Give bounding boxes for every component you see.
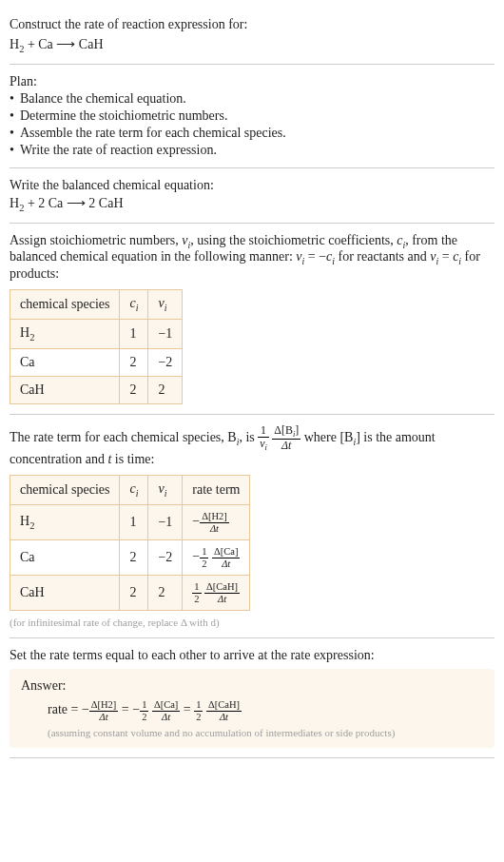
cell-c: 1 <box>120 319 148 348</box>
cell-rate: −Δ[H2]Δt <box>183 505 250 540</box>
nu-i: νi <box>430 249 438 264</box>
cell-rate: 12 Δ[CaH]Δt <box>183 576 250 611</box>
balanced-equation: H2 + 2 Ca ⟶ 2 CaH <box>10 195 494 213</box>
col-nui: νi <box>148 476 183 505</box>
text: , using the stoichiometric coefficients, <box>190 233 397 247</box>
one-over-nu: 1νi <box>258 424 269 453</box>
plan-text: Balance the chemical equation. <box>20 91 186 107</box>
final-title: Set the rate terms equal to each other t… <box>10 648 494 663</box>
table-row: Ca 2 −2 −12 Δ[Ca]Δt <box>10 540 250 576</box>
cell-species: H2 <box>10 505 120 540</box>
col-ci: ci <box>120 476 148 505</box>
bullet-icon: • <box>10 126 14 141</box>
table-row: Ca 2 −2 <box>10 348 183 376</box>
table-header-row: chemical species ci νi <box>10 290 183 320</box>
rateterm-section: The rate term for each chemical species,… <box>10 415 494 639</box>
cell-nu: 2 <box>148 576 183 611</box>
cell-nu: −2 <box>148 348 183 376</box>
bullet-icon: • <box>10 108 14 124</box>
eq-plus-ca: + Ca <box>24 37 56 51</box>
dbi-dt: Δ[Bi]Δt <box>272 424 300 453</box>
bullet-icon: • <box>10 91 14 107</box>
cell-species: CaH <box>10 576 120 611</box>
cell-species: H2 <box>10 319 120 348</box>
plan-section: Plan: •Balance the chemical equation. •D… <box>10 65 494 168</box>
plan-text: Determine the stoichiometric numbers. <box>20 108 228 124</box>
cell-nu: −1 <box>148 505 183 540</box>
cell-nu: −1 <box>148 319 183 348</box>
frac-half: 12 <box>194 699 203 722</box>
table-row: CaH 2 2 12 Δ[CaH]Δt <box>10 576 250 611</box>
table-row: CaH 2 2 <box>10 376 183 403</box>
col-species: chemical species <box>10 476 120 505</box>
rateterm-table: chemical species ci νi rate term H2 1 −1… <box>10 475 250 611</box>
eq-h2: H2 <box>10 37 24 51</box>
table-header-row: chemical species ci νi rate term <box>10 476 250 505</box>
bullet-icon: • <box>10 143 14 158</box>
stoich-table: chemical species ci νi H2 1 −1 Ca 2 −2 C… <box>10 289 183 404</box>
eq-sep: = <box>180 703 194 717</box>
text: = − <box>304 249 326 264</box>
cell-species: Ca <box>10 540 120 576</box>
eq-2cah: 2 CaH <box>86 196 124 210</box>
c-i: ci <box>326 249 335 264</box>
plan-text: Write the rate of reaction expression. <box>20 143 217 158</box>
prompt-section: Construct the rate of reaction expressio… <box>10 8 494 65</box>
plan-text: Assemble the rate term for each chemical… <box>20 126 286 141</box>
table-row: H2 1 −1 <box>10 319 183 348</box>
cell-c: 1 <box>120 505 148 540</box>
cell-species: CaH <box>10 376 120 403</box>
plan-item: •Determine the stoichiometric numbers. <box>10 108 494 124</box>
cell-c: 2 <box>120 540 148 576</box>
eq-plus-2ca: + 2 Ca <box>24 196 66 210</box>
plan-title: Plan: <box>10 74 494 89</box>
final-section: Set the rate terms equal to each other t… <box>10 638 494 757</box>
nu-i: νi <box>296 249 304 264</box>
cell-c: 2 <box>120 576 148 611</box>
table-row: H2 1 −1 −Δ[H2]Δt <box>10 505 250 540</box>
cell-c: 2 <box>120 348 148 376</box>
text: is time: <box>111 452 154 466</box>
balanced-title: Write the balanced chemical equation: <box>10 178 494 193</box>
rate-expression: rate = −Δ[H2]Δt = −12 Δ[Ca]Δt = 12 Δ[CaH… <box>48 699 483 722</box>
nu-i: νi <box>182 233 190 247</box>
eq-sep: = − <box>118 703 140 717</box>
cell-nu: 2 <box>148 376 183 403</box>
col-ci: ci <box>120 290 148 320</box>
text: , is <box>239 430 258 444</box>
col-rateterm: rate term <box>183 476 250 505</box>
c-i: ci <box>397 233 405 247</box>
frac-ca: Δ[Ca]Δt <box>152 699 180 722</box>
stoich-section: Assign stoichiometric numbers, νi, using… <box>10 224 494 415</box>
text: = <box>438 249 453 264</box>
cell-c: 2 <box>120 376 148 403</box>
frac-half: 12 <box>140 699 148 722</box>
text: Assign stoichiometric numbers, <box>10 233 182 247</box>
balanced-section: Write the balanced chemical equation: H2… <box>10 168 494 224</box>
text: where [B <box>304 430 354 444</box>
col-nui: νi <box>148 290 183 320</box>
plan-item: •Write the rate of reaction expression. <box>10 143 494 158</box>
col-species: chemical species <box>10 290 120 320</box>
assumption-note: (assuming constant volume and no accumul… <box>48 727 483 738</box>
arrow-icon: ⟶ <box>67 196 86 210</box>
frac-h2: Δ[H2]Δt <box>89 699 119 722</box>
answer-label: Answer: <box>21 678 483 694</box>
unbalanced-equation: H2 + Ca ⟶ CaH <box>10 36 494 54</box>
rate-eq-text: rate = − <box>48 703 89 717</box>
text: for reactants and <box>335 249 430 264</box>
cell-species: Ca <box>10 348 120 376</box>
stoich-explanation: Assign stoichiometric numbers, νi, using… <box>10 233 494 283</box>
arrow-icon: ⟶ <box>56 37 75 51</box>
plan-item: •Balance the chemical equation. <box>10 91 494 107</box>
text: The rate term for each chemical species,… <box>10 430 237 444</box>
prompt-text: Construct the rate of reaction expressio… <box>10 17 494 32</box>
eq-cah: CaH <box>75 37 103 51</box>
infinitesimal-note: (for infinitesimal rate of change, repla… <box>10 617 494 628</box>
rateterm-explanation: The rate term for each chemical species,… <box>10 424 494 468</box>
answer-box: Answer: rate = −Δ[H2]Δt = −12 Δ[Ca]Δt = … <box>10 669 494 747</box>
eq-h2: H2 <box>10 196 24 210</box>
plan-item: •Assemble the rate term for each chemica… <box>10 126 494 141</box>
cell-nu: −2 <box>148 540 183 576</box>
frac-cah: Δ[CaH]Δt <box>206 699 242 722</box>
